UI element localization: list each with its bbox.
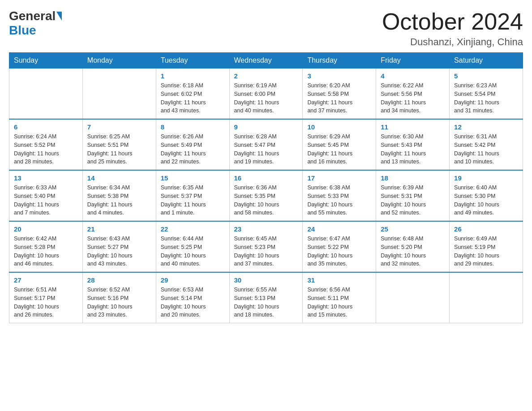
- day-info: Sunrise: 6:34 AMSunset: 5:38 PMDaylight:…: [87, 184, 151, 217]
- calendar-cell: 31Sunrise: 6:56 AMSunset: 5:11 PMDayligh…: [303, 272, 376, 323]
- day-info: Sunrise: 6:43 AMSunset: 5:27 PMDaylight:…: [87, 235, 151, 268]
- day-info: Sunrise: 6:18 AMSunset: 6:02 PMDaylight:…: [161, 81, 225, 115]
- day-number: 14: [87, 174, 151, 182]
- day-info: Sunrise: 6:29 AMSunset: 5:45 PMDaylight:…: [307, 133, 371, 166]
- calendar-cell: 10Sunrise: 6:29 AMSunset: 5:45 PMDayligh…: [303, 119, 376, 170]
- logo-blue-text: Blue: [9, 23, 36, 38]
- day-number: 21: [87, 225, 151, 233]
- day-info: Sunrise: 6:19 AMSunset: 6:00 PMDaylight:…: [234, 81, 298, 115]
- day-info: Sunrise: 6:40 AMSunset: 5:30 PMDaylight:…: [454, 184, 518, 217]
- calendar-cell: 13Sunrise: 6:33 AMSunset: 5:40 PMDayligh…: [9, 170, 83, 221]
- calendar-cell: 20Sunrise: 6:42 AMSunset: 5:28 PMDayligh…: [9, 221, 83, 272]
- page-header: General Blue October 2024 Dushanzi, Xinj…: [9, 9, 523, 48]
- calendar-header-sunday: Sunday: [9, 53, 83, 68]
- day-number: 30: [234, 276, 298, 284]
- day-info: Sunrise: 6:52 AMSunset: 5:16 PMDaylight:…: [87, 286, 151, 319]
- calendar-cell: 28Sunrise: 6:52 AMSunset: 5:16 PMDayligh…: [82, 272, 156, 323]
- calendar-cell: 14Sunrise: 6:34 AMSunset: 5:38 PMDayligh…: [82, 170, 156, 221]
- calendar-cell: [82, 68, 156, 120]
- calendar-header-monday: Monday: [82, 53, 156, 68]
- day-info: Sunrise: 6:45 AMSunset: 5:23 PMDaylight:…: [234, 235, 298, 268]
- calendar-cell: 2Sunrise: 6:19 AMSunset: 6:00 PMDaylight…: [229, 68, 303, 120]
- calendar-cell: 6Sunrise: 6:24 AMSunset: 5:52 PMDaylight…: [9, 119, 83, 170]
- day-number: 27: [14, 276, 78, 284]
- day-info: Sunrise: 6:44 AMSunset: 5:25 PMDaylight:…: [161, 235, 225, 268]
- calendar-header-friday: Friday: [376, 53, 450, 68]
- calendar-table: SundayMondayTuesdayWednesdayThursdayFrid…: [9, 52, 523, 323]
- day-info: Sunrise: 6:48 AMSunset: 5:20 PMDaylight:…: [381, 235, 445, 268]
- day-number: 11: [381, 123, 445, 131]
- calendar-cell: 21Sunrise: 6:43 AMSunset: 5:27 PMDayligh…: [82, 221, 156, 272]
- calendar-week-row: 20Sunrise: 6:42 AMSunset: 5:28 PMDayligh…: [9, 221, 523, 272]
- logo-arrow-icon: [56, 12, 62, 21]
- day-number: 2: [234, 72, 298, 80]
- calendar-cell: 29Sunrise: 6:53 AMSunset: 5:14 PMDayligh…: [156, 272, 229, 323]
- calendar-cell: 23Sunrise: 6:45 AMSunset: 5:23 PMDayligh…: [229, 221, 303, 272]
- calendar-cell: 5Sunrise: 6:23 AMSunset: 5:54 PMDaylight…: [450, 68, 523, 120]
- calendar-cell: 8Sunrise: 6:26 AMSunset: 5:49 PMDaylight…: [156, 119, 229, 170]
- day-info: Sunrise: 6:47 AMSunset: 5:22 PMDaylight:…: [307, 235, 371, 268]
- calendar-header-tuesday: Tuesday: [156, 53, 229, 68]
- day-info: Sunrise: 6:23 AMSunset: 5:54 PMDaylight:…: [454, 81, 518, 115]
- day-number: 24: [307, 225, 371, 233]
- calendar-cell: 11Sunrise: 6:30 AMSunset: 5:43 PMDayligh…: [376, 119, 450, 170]
- day-number: 28: [87, 276, 151, 284]
- calendar-cell: 26Sunrise: 6:49 AMSunset: 5:19 PMDayligh…: [450, 221, 523, 272]
- location-text: Dushanzi, Xinjiang, China: [382, 36, 523, 48]
- day-number: 1: [161, 72, 225, 80]
- day-number: 17: [307, 174, 371, 182]
- day-info: Sunrise: 6:25 AMSunset: 5:51 PMDaylight:…: [87, 133, 151, 166]
- day-info: Sunrise: 6:26 AMSunset: 5:49 PMDaylight:…: [161, 133, 225, 166]
- day-info: Sunrise: 6:42 AMSunset: 5:28 PMDaylight:…: [14, 235, 78, 268]
- day-info: Sunrise: 6:30 AMSunset: 5:43 PMDaylight:…: [381, 133, 445, 166]
- day-info: Sunrise: 6:53 AMSunset: 5:14 PMDaylight:…: [161, 286, 225, 319]
- day-info: Sunrise: 6:20 AMSunset: 5:58 PMDaylight:…: [307, 81, 371, 115]
- day-info: Sunrise: 6:49 AMSunset: 5:19 PMDaylight:…: [454, 235, 518, 268]
- calendar-cell: 24Sunrise: 6:47 AMSunset: 5:22 PMDayligh…: [303, 221, 376, 272]
- day-number: 10: [307, 123, 371, 131]
- calendar-header-wednesday: Wednesday: [229, 53, 303, 68]
- calendar-cell: 9Sunrise: 6:28 AMSunset: 5:47 PMDaylight…: [229, 119, 303, 170]
- day-info: Sunrise: 6:31 AMSunset: 5:42 PMDaylight:…: [454, 133, 518, 166]
- day-info: Sunrise: 6:33 AMSunset: 5:40 PMDaylight:…: [14, 184, 78, 217]
- day-number: 13: [14, 174, 78, 182]
- day-number: 9: [234, 123, 298, 131]
- day-info: Sunrise: 6:51 AMSunset: 5:17 PMDaylight:…: [14, 286, 78, 319]
- day-number: 8: [161, 123, 225, 131]
- calendar-cell: 7Sunrise: 6:25 AMSunset: 5:51 PMDaylight…: [82, 119, 156, 170]
- day-number: 6: [14, 123, 78, 131]
- day-number: 5: [454, 72, 518, 80]
- calendar-week-row: 13Sunrise: 6:33 AMSunset: 5:40 PMDayligh…: [9, 170, 523, 221]
- calendar-week-row: 27Sunrise: 6:51 AMSunset: 5:17 PMDayligh…: [9, 272, 523, 323]
- calendar-cell: 15Sunrise: 6:35 AMSunset: 5:37 PMDayligh…: [156, 170, 229, 221]
- day-number: 19: [454, 174, 518, 182]
- logo: General Blue: [9, 9, 63, 38]
- calendar-cell: 3Sunrise: 6:20 AMSunset: 5:58 PMDaylight…: [303, 68, 376, 120]
- day-number: 12: [454, 123, 518, 131]
- day-info: Sunrise: 6:24 AMSunset: 5:52 PMDaylight:…: [14, 133, 78, 166]
- title-area: October 2024 Dushanzi, Xinjiang, China: [382, 9, 523, 48]
- day-number: 20: [14, 225, 78, 233]
- day-number: 15: [161, 174, 225, 182]
- calendar-cell: 30Sunrise: 6:55 AMSunset: 5:13 PMDayligh…: [229, 272, 303, 323]
- calendar-cell: [9, 68, 83, 120]
- day-number: 16: [234, 174, 298, 182]
- calendar-header-saturday: Saturday: [450, 53, 523, 68]
- calendar-header-thursday: Thursday: [303, 53, 376, 68]
- day-number: 23: [234, 225, 298, 233]
- day-number: 18: [381, 174, 445, 182]
- day-info: Sunrise: 6:38 AMSunset: 5:33 PMDaylight:…: [307, 184, 371, 217]
- day-number: 3: [307, 72, 371, 80]
- day-info: Sunrise: 6:36 AMSunset: 5:35 PMDaylight:…: [234, 184, 298, 217]
- day-info: Sunrise: 6:39 AMSunset: 5:31 PMDaylight:…: [381, 184, 445, 217]
- day-number: 26: [454, 225, 518, 233]
- day-number: 31: [307, 276, 371, 284]
- day-number: 4: [381, 72, 445, 80]
- calendar-cell: 19Sunrise: 6:40 AMSunset: 5:30 PMDayligh…: [450, 170, 523, 221]
- day-info: Sunrise: 6:56 AMSunset: 5:11 PMDaylight:…: [307, 286, 371, 319]
- calendar-week-row: 1Sunrise: 6:18 AMSunset: 6:02 PMDaylight…: [9, 68, 523, 120]
- calendar-cell: 1Sunrise: 6:18 AMSunset: 6:02 PMDaylight…: [156, 68, 229, 120]
- calendar-cell: 18Sunrise: 6:39 AMSunset: 5:31 PMDayligh…: [376, 170, 450, 221]
- logo-general-text: General: [9, 9, 56, 23]
- day-number: 7: [87, 123, 151, 131]
